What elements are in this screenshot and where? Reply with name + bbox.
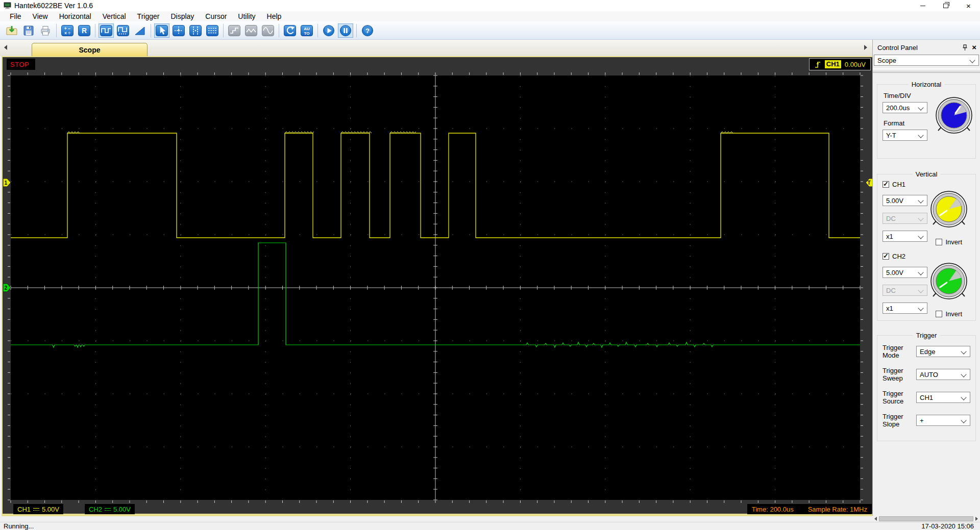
- cursor-track-button[interactable]: [171, 23, 186, 38]
- menu-horizontal[interactable]: Horizontal: [54, 11, 97, 21]
- panel-mode-select[interactable]: Scope: [874, 55, 979, 66]
- ch2-invert-checkbox[interactable]: [936, 311, 942, 317]
- toolbar-separator: [356, 24, 357, 37]
- format-select[interactable]: Y-T: [883, 130, 927, 141]
- menu-bar: FileViewHorizontalVerticalTriggerDisplay…: [0, 11, 980, 21]
- svg-text:TO: TO: [304, 31, 310, 36]
- ch1-coupling-select[interactable]: DC: [883, 213, 927, 224]
- scroll-right-button[interactable]: [973, 516, 980, 522]
- tab-scroll-right-button[interactable]: [863, 44, 868, 51]
- ch1-volts-div-select[interactable]: 5.00V: [883, 195, 927, 206]
- chevron-down-icon: [961, 417, 966, 423]
- tab-scope-label: Scope: [79, 46, 100, 54]
- ch2-volts-div-select[interactable]: 5.00V: [883, 267, 927, 278]
- math-measure-button[interactable]: + −× ÷: [60, 23, 75, 38]
- run-state-indicator: STOP: [7, 59, 35, 70]
- print-button[interactable]: [38, 23, 53, 38]
- chevron-down-icon: [918, 197, 923, 203]
- ch2-controls: CH2 5.00V DC x1 Invert: [883, 253, 970, 320]
- minimize-icon: [920, 6, 925, 6]
- minimize-button[interactable]: [911, 0, 934, 11]
- menu-help[interactable]: Help: [261, 11, 287, 21]
- ch2-enable-checkbox[interactable]: [883, 253, 889, 260]
- ch1-probe-select[interactable]: x1: [883, 231, 927, 242]
- chevron-down-icon: [918, 132, 923, 138]
- pause-button[interactable]: [338, 23, 353, 38]
- panel-horizontal-scrollbar[interactable]: [872, 516, 980, 522]
- pin-panel-button[interactable]: [962, 44, 968, 51]
- close-panel-button[interactable]: ×: [972, 44, 976, 51]
- scope-header: STOP CH1 0.00uV: [3, 57, 874, 71]
- ch1-controls: CH1 5.00V DC x1 Invert: [883, 181, 970, 248]
- scope-graticule: 12T: [3, 71, 874, 504]
- trigger-slope-select[interactable]: +: [916, 415, 970, 426]
- vertical-group: Vertical CH1 5.00V DC x1 Inver: [877, 174, 976, 321]
- step-wave-button: [227, 23, 242, 38]
- refresh-button[interactable]: [282, 23, 298, 38]
- dc-coupling-icon: [33, 507, 39, 512]
- cursor-horizontal-button[interactable]: [205, 23, 220, 38]
- menu-file[interactable]: File: [4, 11, 27, 21]
- left-arrow-icon: [874, 517, 877, 521]
- save-file-button[interactable]: [21, 23, 36, 38]
- scrollbar-thumb[interactable]: [879, 516, 973, 521]
- cursor-vertical-button[interactable]: [188, 23, 203, 38]
- timediv-select[interactable]: 200.0us: [883, 102, 927, 113]
- trigger-slope-row: Trigger Slope+: [883, 413, 970, 428]
- menu-utility[interactable]: Utility: [232, 11, 261, 21]
- ch2-probe-select[interactable]: x1: [883, 302, 927, 314]
- ch1-enable-checkbox[interactable]: [883, 181, 889, 188]
- menu-vertical[interactable]: Vertical: [97, 11, 132, 21]
- ch2-coupling-select[interactable]: DC: [883, 285, 927, 296]
- autoset-button[interactable]: AUTO: [299, 23, 314, 38]
- ch1-scale-readout: CH15.00V: [13, 504, 63, 514]
- menu-cursor[interactable]: Cursor: [200, 11, 232, 21]
- app-icon: [4, 2, 11, 9]
- chevron-down-icon: [961, 394, 966, 400]
- svg-text:× ÷: × ÷: [64, 31, 70, 36]
- trigger-sweep-select[interactable]: AUTO: [916, 369, 970, 380]
- open-file-button[interactable]: [4, 23, 19, 38]
- horizontal-position-knob[interactable]: [935, 96, 973, 137]
- sine-wave-button: [260, 23, 276, 38]
- trigger-mode-label: Trigger Mode: [883, 344, 916, 359]
- chevron-down-icon: [918, 233, 923, 239]
- waveform-button[interactable]: [99, 23, 114, 38]
- trigger-mode-select[interactable]: Edge: [916, 346, 970, 357]
- tab-bar: Scope: [0, 40, 872, 56]
- tab-scroll-left-button[interactable]: [3, 44, 8, 51]
- menu-view[interactable]: View: [27, 11, 54, 21]
- ch2-position-knob[interactable]: [929, 262, 968, 302]
- menu-trigger[interactable]: Trigger: [132, 11, 165, 21]
- pin-icon: [962, 44, 968, 51]
- svg-text:1: 1: [5, 180, 8, 186]
- horizontal-group-title: Horizontal: [909, 81, 945, 88]
- trigger-source-row: Trigger SourceCH1: [883, 390, 970, 405]
- title-bar: Hantek6022BE Ver 1.0.6 ×: [0, 0, 980, 11]
- tab-scope[interactable]: Scope: [32, 43, 148, 56]
- reference-wave-button[interactable]: R: [77, 23, 92, 38]
- waveform-average-button[interactable]: [115, 23, 131, 38]
- timebase-readout: Time: 200.0us Sample Rate: 1MHz: [747, 504, 872, 514]
- scroll-left-button[interactable]: [872, 516, 879, 522]
- trigger-sweep-label: Trigger Sweep: [883, 367, 916, 382]
- start-button[interactable]: [321, 23, 336, 38]
- ramp-button[interactable]: [132, 23, 148, 38]
- ch2-label: CH2: [892, 253, 905, 260]
- maximize-button[interactable]: [934, 0, 957, 11]
- ch1-position-knob[interactable]: [929, 190, 968, 231]
- help-button[interactable]: ?: [360, 23, 375, 38]
- menu-display[interactable]: Display: [165, 11, 200, 21]
- control-panel-header: Control Panel ×: [873, 40, 980, 53]
- trigger-source-select[interactable]: CH1: [916, 392, 970, 403]
- control-panel: Control Panel × Scope Horizontal Time/DI…: [872, 40, 980, 516]
- close-button[interactable]: ×: [957, 0, 980, 11]
- trigger-slope-label: Trigger Slope: [883, 413, 916, 428]
- ch1-invert-checkbox[interactable]: [936, 239, 942, 245]
- toolbar-separator: [317, 24, 318, 37]
- rising-edge-trigger-icon: [814, 60, 821, 69]
- cursor-arrow-button[interactable]: [154, 23, 169, 38]
- trigger-source-badge: CH1: [825, 60, 841, 68]
- right-arrow-icon: [864, 45, 867, 50]
- close-icon: ×: [972, 44, 976, 51]
